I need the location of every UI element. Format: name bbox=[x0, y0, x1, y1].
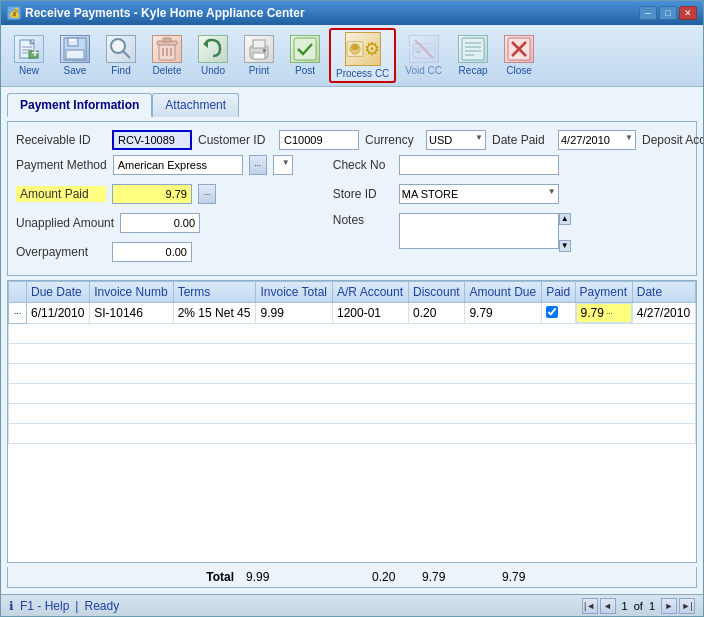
receivable-id-input[interactable] bbox=[112, 130, 192, 150]
main-window: 💰 Receive Payments - Kyle Home Appliance… bbox=[0, 0, 704, 617]
currency-select[interactable]: USD bbox=[426, 130, 486, 150]
receivable-id-label: Receivable ID bbox=[16, 133, 106, 147]
customer-id-input[interactable] bbox=[279, 130, 359, 150]
nav-first-button[interactable]: |◄ bbox=[582, 598, 598, 614]
recap-button[interactable]: Recap bbox=[451, 31, 495, 80]
app-icon: 💰 bbox=[7, 6, 21, 20]
col-date: Date bbox=[632, 282, 695, 303]
empty-row-4 bbox=[9, 384, 696, 404]
delete-button[interactable]: Delete bbox=[145, 31, 189, 80]
left-col: Payment Method ··· Amount Paid ··· Unapp… bbox=[16, 155, 293, 267]
close-toolbar-button[interactable]: Close bbox=[497, 31, 541, 80]
cell-due-date: 6/11/2010 bbox=[27, 303, 90, 324]
paid-checkbox[interactable] bbox=[546, 306, 558, 318]
col-invoice-num: Invoice Numb bbox=[90, 282, 173, 303]
unapplied-amount-row: Unapplied Amount bbox=[16, 213, 293, 233]
status-text: Ready bbox=[84, 599, 119, 613]
window-title: Receive Payments - Kyle Home Appliance C… bbox=[25, 6, 305, 20]
store-id-select[interactable]: MA STORE bbox=[399, 184, 559, 204]
unapplied-amount-input[interactable] bbox=[120, 213, 200, 233]
notes-label: Notes bbox=[333, 213, 393, 227]
currency-select-wrapper: USD bbox=[426, 130, 486, 150]
payment-method-row: Payment Method ··· bbox=[16, 155, 293, 175]
new-button[interactable]: + New bbox=[7, 31, 51, 80]
undo-icon bbox=[198, 35, 228, 63]
find-icon bbox=[106, 35, 136, 63]
close-label: Close bbox=[506, 65, 532, 76]
void-cc-button[interactable]: Void CC bbox=[398, 31, 449, 80]
print-button[interactable]: Print bbox=[237, 31, 281, 80]
payment-method-input[interactable] bbox=[113, 155, 243, 175]
col-discount: Discount bbox=[409, 282, 465, 303]
tab-attachment[interactable]: Attachment bbox=[152, 93, 239, 117]
col-due-date: Due Date bbox=[27, 282, 90, 303]
col-payment: Payment bbox=[575, 282, 632, 303]
cell-discount: 0.20 bbox=[409, 303, 465, 324]
empty-row-6 bbox=[9, 424, 696, 444]
cell-paid bbox=[542, 303, 575, 324]
process-cc-button[interactable]: Process CC bbox=[329, 28, 396, 83]
invoice-table-container: Due Date Invoice Numb Terms Invoice Tota… bbox=[7, 280, 697, 563]
delete-icon bbox=[152, 35, 182, 63]
svg-rect-22 bbox=[253, 53, 265, 59]
cell-ar-account: 1200-01 bbox=[332, 303, 408, 324]
invoice-table: Due Date Invoice Numb Terms Invoice Tota… bbox=[8, 281, 696, 444]
table-footer: Total 9.99 0.20 9.79 9.79 bbox=[7, 567, 697, 588]
recap-icon bbox=[458, 35, 488, 63]
save-icon bbox=[60, 35, 90, 63]
tab-payment-information[interactable]: Payment Information bbox=[7, 93, 152, 117]
svg-rect-31 bbox=[462, 38, 484, 60]
col-ar-account: A/R Account bbox=[332, 282, 408, 303]
save-button[interactable]: Save bbox=[53, 31, 97, 80]
date-paid-label: Date Paid bbox=[492, 133, 552, 147]
notes-textarea[interactable] bbox=[399, 213, 559, 249]
payment-method-select-wrapper bbox=[273, 155, 293, 175]
window-close-button[interactable]: ✕ bbox=[679, 6, 697, 20]
payment-method-dots[interactable]: ··· bbox=[249, 155, 267, 175]
check-no-row: Check No bbox=[333, 155, 559, 175]
overpayment-input[interactable] bbox=[112, 242, 192, 262]
footer-invoice-total: 9.99 bbox=[242, 570, 302, 584]
date-paid-select[interactable]: 4/27/2010 bbox=[558, 130, 636, 150]
row-dots[interactable]: ··· bbox=[9, 303, 27, 324]
status-bar: ℹ F1 - Help | Ready |◄ ◄ 1 of 1 ► ►| bbox=[1, 594, 703, 616]
form-row-1: Receivable ID Customer ID Currency USD D… bbox=[16, 130, 688, 150]
store-id-row: Store ID MA STORE bbox=[333, 184, 559, 204]
svg-rect-10 bbox=[66, 50, 84, 59]
tab-bar: Payment Information Attachment bbox=[7, 93, 697, 117]
svg-rect-21 bbox=[253, 40, 265, 48]
unapplied-amount-label: Unapplied Amount bbox=[16, 216, 114, 230]
svg-rect-24 bbox=[294, 38, 316, 60]
notes-row: Notes ▲ ▼ bbox=[333, 213, 559, 252]
minimize-button[interactable]: ─ bbox=[639, 6, 657, 20]
footer-discount: 0.20 bbox=[372, 570, 422, 584]
undo-button[interactable]: Undo bbox=[191, 31, 235, 80]
amount-paid-input[interactable] bbox=[112, 184, 192, 204]
maximize-button[interactable]: □ bbox=[659, 6, 677, 20]
col-invoice-total: Invoice Total bbox=[256, 282, 333, 303]
amount-paid-row: Amount Paid ··· bbox=[16, 184, 293, 204]
new-icon: + bbox=[14, 35, 44, 63]
amount-paid-dots[interactable]: ··· bbox=[198, 184, 216, 204]
notes-scroll-down[interactable]: ▼ bbox=[559, 240, 571, 252]
payment-method-select[interactable] bbox=[273, 155, 293, 175]
toolbar: + New Save Find Delete Undo bbox=[1, 25, 703, 87]
payment-method-label: Payment Method bbox=[16, 158, 107, 172]
col-dots bbox=[9, 282, 27, 303]
new-label: New bbox=[19, 65, 39, 76]
title-bar-controls: ─ □ ✕ bbox=[639, 6, 697, 20]
store-id-select-wrapper: MA STORE bbox=[399, 184, 559, 204]
post-button[interactable]: Post bbox=[283, 31, 327, 80]
nav-prev-button[interactable]: ◄ bbox=[600, 598, 616, 614]
currency-label: Currency bbox=[365, 133, 420, 147]
find-button[interactable]: Find bbox=[99, 31, 143, 80]
void-cc-label: Void CC bbox=[405, 65, 442, 76]
notes-scroll-up[interactable]: ▲ bbox=[559, 213, 571, 225]
check-no-input[interactable] bbox=[399, 155, 559, 175]
footer-row: Total 9.99 0.20 9.79 9.79 bbox=[12, 570, 692, 584]
svg-rect-23 bbox=[263, 49, 266, 52]
cell-invoice-total: 9.99 bbox=[256, 303, 333, 324]
void-cc-icon bbox=[409, 35, 439, 63]
nav-last-button[interactable]: ►| bbox=[679, 598, 695, 614]
nav-next-button[interactable]: ► bbox=[661, 598, 677, 614]
